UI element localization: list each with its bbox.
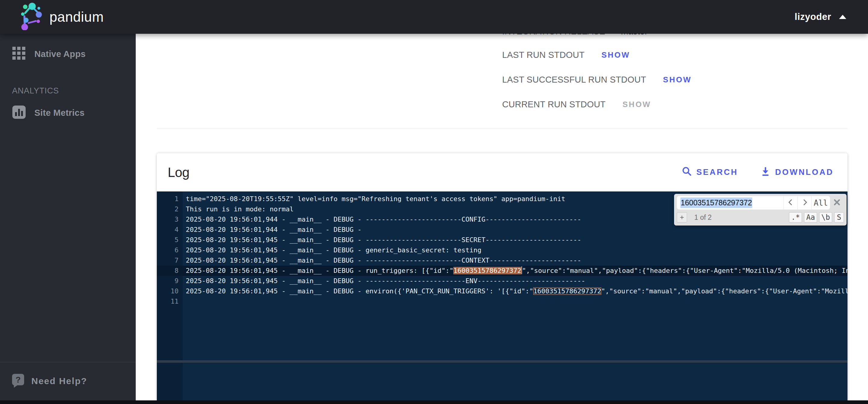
caret-up-icon xyxy=(839,15,846,19)
selection-toggle[interactable]: S xyxy=(834,212,844,222)
pandium-logo-icon xyxy=(17,2,44,31)
pandium-logo[interactable]: pandium xyxy=(17,2,104,31)
log-line: 102025-08-20 19:56:01,945 - __main__ - D… xyxy=(157,286,847,297)
log-line-text: 2025-08-20 19:56:01,945 - __main__ - DEB… xyxy=(179,276,847,286)
download-icon xyxy=(760,166,771,179)
line-number: 3 xyxy=(157,214,179,225)
search-match-active: 16003515786297372 xyxy=(453,267,521,274)
main-content: INTEGRATION RELEASE master LAST RUN STDO… xyxy=(136,34,868,404)
search-next-button[interactable] xyxy=(798,196,811,210)
editor-horizontal-scrollbar[interactable] xyxy=(157,360,847,363)
log-download-button[interactable]: DOWNLOAD xyxy=(760,166,834,179)
detail-row-last-successful-run-stdout: LAST SUCCESSFUL RUN STDOUT SHOW xyxy=(502,73,691,86)
sidebar-item-native-apps[interactable]: Native Apps xyxy=(0,43,136,64)
line-number: 6 xyxy=(157,245,179,255)
log-line: 62025-08-20 19:56:01,945 - __main__ - DE… xyxy=(157,245,847,255)
log-line-text: 2025-08-20 19:56:01,944 - __main__ - DEB… xyxy=(179,225,847,235)
search-all-button[interactable]: All xyxy=(811,196,830,210)
log-card-header: Log SEARCH xyxy=(157,153,847,191)
log-search-label: SEARCH xyxy=(696,167,738,177)
logo-text: pandium xyxy=(50,9,104,25)
log-line: 52025-08-20 19:56:01,945 - __main__ - DE… xyxy=(157,235,847,245)
need-help-label: Need Help? xyxy=(31,376,87,386)
detail-label: CURRENT RUN STDOUT xyxy=(502,99,606,110)
log-search-panel: 16003515786297372 xyxy=(674,194,846,225)
sidebar-need-help[interactable]: ? Need Help? xyxy=(0,362,136,400)
sidebar-item-label: Site Metrics xyxy=(34,108,85,118)
help-bubble-icon: ? xyxy=(11,373,25,389)
line-number: 10 xyxy=(157,286,179,297)
log-line: 92025-08-20 19:56:01,945 - __main__ - DE… xyxy=(157,276,847,286)
detail-row-current-run-stdout: CURRENT RUN STDOUT SHOW xyxy=(502,98,651,110)
app-header: pandium lizyoder xyxy=(0,0,868,34)
sidebar-item-label: Native Apps xyxy=(34,49,86,59)
search-add-button[interactable]: + xyxy=(677,212,687,222)
word-boundary-toggle[interactable]: \b xyxy=(819,212,832,222)
line-number: 11 xyxy=(157,297,179,307)
detail-label: LAST SUCCESSFUL RUN STDOUT xyxy=(502,75,646,85)
log-download-label: DOWNLOAD xyxy=(775,167,834,177)
log-line-text: 2025-08-20 19:56:01,945 - __main__ - DEB… xyxy=(179,286,847,297)
regex-toggle[interactable]: .* xyxy=(789,212,802,222)
search-input-group: 16003515786297372 xyxy=(677,196,830,210)
svg-text:?: ? xyxy=(16,375,21,384)
apps-grid-icon xyxy=(12,46,26,62)
log-card: Log SEARCH xyxy=(157,153,847,404)
user-menu[interactable]: lizyoder xyxy=(795,11,846,22)
log-line-text: 2025-08-20 19:56:01,945 - __main__ - DEB… xyxy=(179,266,847,276)
log-line: 11 xyxy=(157,297,847,307)
chevron-left-icon xyxy=(787,198,795,208)
log-title: Log xyxy=(157,165,189,180)
search-match: 16003515786297372 xyxy=(533,287,601,295)
bar-chart-icon xyxy=(12,105,26,120)
line-number: 4 xyxy=(157,225,179,235)
detail-label: LAST RUN STDOUT xyxy=(502,50,585,60)
chevron-right-icon xyxy=(801,198,809,208)
line-number: 5 xyxy=(157,235,179,245)
log-line-text: 2025-08-20 19:56:01,945 - __main__ - DEB… xyxy=(179,245,847,255)
search-match-count: 1 of 2 xyxy=(694,214,712,222)
search-query-selected-text: 16003515786297372 xyxy=(680,197,752,208)
line-number: 2 xyxy=(157,204,179,214)
log-line-text xyxy=(179,297,847,307)
sidebar-section-analytics: ANALYTICS xyxy=(0,86,136,96)
detail-row-last-run-stdout: LAST RUN STDOUT SHOW xyxy=(502,49,630,61)
show-last-successful-run-stdout-button[interactable]: SHOW xyxy=(663,75,691,85)
log-line-text: 2025-08-20 19:56:01,945 - __main__ - DEB… xyxy=(179,235,847,245)
window-bottom-edge xyxy=(0,400,868,404)
search-prev-button[interactable] xyxy=(783,196,798,210)
line-number: 8 xyxy=(157,266,179,276)
sidebar: Native Apps ANALYTICS Site Metrics ? Nee… xyxy=(0,34,136,404)
log-line: 82025-08-20 19:56:01,945 - __main__ - DE… xyxy=(157,266,847,276)
search-input[interactable]: 16003515786297372 xyxy=(677,196,783,210)
show-current-run-stdout-button-disabled: SHOW xyxy=(622,100,651,109)
search-icon xyxy=(682,166,692,179)
search-close-button[interactable] xyxy=(830,196,844,210)
log-search-button[interactable]: SEARCH xyxy=(682,166,738,179)
show-last-run-stdout-button[interactable]: SHOW xyxy=(601,50,630,60)
close-icon xyxy=(833,198,841,208)
line-number: 7 xyxy=(157,255,179,266)
username: lizyoder xyxy=(795,11,831,22)
log-line: 72025-08-20 19:56:01,945 - __main__ - DE… xyxy=(157,255,847,266)
section-divider xyxy=(157,128,847,128)
log-line-text: 2025-08-20 19:56:01,945 - __main__ - DEB… xyxy=(179,255,847,266)
sidebar-item-site-metrics[interactable]: Site Metrics xyxy=(0,102,136,123)
line-number: 9 xyxy=(157,276,179,286)
line-number: 1 xyxy=(157,194,179,204)
log-line: 42025-08-20 19:56:01,944 - __main__ - DE… xyxy=(157,225,847,235)
case-sensitive-toggle[interactable]: Aa xyxy=(804,212,817,222)
